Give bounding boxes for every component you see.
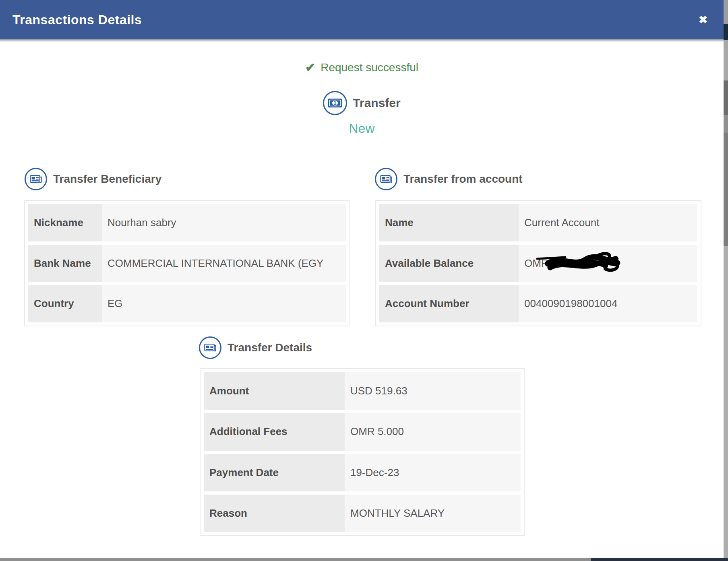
background-page-bottom-dark-strip — [591, 558, 728, 561]
background-page-fragment — [724, 0, 728, 24]
background-page-fragment — [724, 80, 728, 115]
table-row: Account Number0040090198001004 — [379, 285, 697, 322]
banknote-icon: 1 — [323, 91, 347, 115]
background-page-fragment — [724, 115, 728, 133]
table-row: NameCurrent Account — [379, 204, 697, 241]
row-label: Payment Date — [204, 454, 345, 491]
row-value: OMR — [519, 245, 697, 282]
row-value-text: EG — [108, 297, 123, 310]
table-row: AmountUSD 519.63 — [204, 372, 521, 410]
transaction-state-badge: New — [0, 121, 724, 136]
table-row: ReasonMONTHLY SALARY — [204, 495, 521, 532]
section-title: Transfer Details — [228, 341, 312, 354]
row-label: Account Number — [379, 285, 519, 322]
table-row: Additional FeesOMR 5.000 — [204, 413, 521, 450]
background-page-fragment — [724, 40, 728, 80]
row-value: 19-Dec-23 — [345, 454, 521, 491]
row-label: Country — [28, 285, 102, 322]
row-value-text: Current Account — [524, 217, 599, 229]
from-account-table: NameCurrent AccountAvailable BalanceOMRA… — [375, 200, 701, 326]
modal-title: Transactions Details — [12, 12, 142, 27]
transfer-details-table: AmountUSD 519.63Additional FeesOMR 5.000… — [200, 368, 525, 536]
row-label: Additional Fees — [204, 413, 345, 450]
newspaper-icon — [199, 336, 221, 359]
row-value-text: OMR — [524, 257, 549, 270]
row-label: Name — [379, 204, 519, 241]
table-row: Bank NameCOMMERCIAL INTERNATIONAL BANK (… — [28, 245, 346, 282]
row-value: 0040090198001004 — [519, 285, 697, 322]
row-label: Nickname — [28, 204, 102, 241]
row-value-text: 0040090198001004 — [524, 297, 617, 310]
status-text: Request successful — [321, 61, 418, 74]
background-page-fragment — [724, 133, 728, 246]
table-row: CountryEG — [28, 285, 346, 322]
newspaper-icon — [375, 168, 397, 190]
background-page-strip — [724, 0, 728, 561]
section-header-from-account: Transfer from account — [375, 167, 523, 191]
background-page-fragment — [724, 246, 728, 561]
row-value-text: MONTHLY SALARY — [350, 507, 445, 520]
row-value: Nourhan sabry — [102, 204, 346, 241]
row-value-text: 19-Dec-23 — [350, 466, 399, 479]
row-value: OMR 5.000 — [345, 413, 521, 450]
row-label: Available Balance — [379, 245, 519, 282]
newspaper-icon — [25, 168, 47, 190]
transaction-details-modal: Transactions Details ✖ ✔ Request success… — [0, 0, 724, 558]
redaction-scribble — [536, 251, 623, 275]
row-value-text: OMR 5.000 — [350, 425, 404, 438]
table-row: Available BalanceOMR — [379, 245, 697, 282]
row-value: EG — [102, 285, 346, 322]
beneficiary-table: NicknameNourhan sabryBank NameCOMMERCIAL… — [24, 200, 350, 326]
table-row: Payment Date19-Dec-23 — [204, 454, 521, 491]
transaction-type: 1 Transfer — [0, 91, 724, 115]
modal-header: Transactions Details ✖ — [0, 0, 724, 41]
svg-text:1: 1 — [334, 100, 337, 106]
row-value-text: COMMERCIAL INTERNATIONAL BANK (EGY — [108, 257, 323, 270]
table-row: NicknameNourhan sabry — [28, 204, 346, 241]
row-value: Current Account — [519, 204, 697, 241]
section-header-details: Transfer Details — [199, 336, 312, 359]
row-label: Reason — [204, 495, 345, 532]
check-icon: ✔ — [305, 62, 315, 74]
row-label: Bank Name — [28, 245, 102, 282]
section-title: Transfer from account — [403, 173, 523, 186]
status-banner: ✔ Request successful — [0, 61, 724, 74]
transaction-type-label: Transfer — [353, 96, 400, 110]
row-value: MONTHLY SALARY — [345, 495, 521, 532]
row-value: USD 519.63 — [345, 372, 521, 410]
section-title: Transfer Beneficiary — [53, 173, 161, 186]
row-value-text: Nourhan sabry — [108, 217, 176, 229]
close-icon[interactable]: ✖ — [697, 13, 709, 27]
background-page-fragment — [724, 24, 728, 40]
section-header-beneficiary: Transfer Beneficiary — [25, 167, 161, 191]
row-label: Amount — [204, 372, 345, 410]
row-value-text: USD 519.63 — [350, 385, 407, 397]
row-value: COMMERCIAL INTERNATIONAL BANK (EGY — [102, 245, 346, 282]
